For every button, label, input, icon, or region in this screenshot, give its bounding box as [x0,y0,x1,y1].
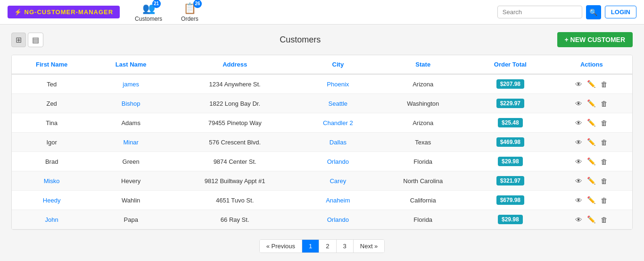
cell-last-name: Minar [91,133,170,152]
cell-actions: 👁 ✏️ 🗑 [551,133,632,152]
table-row: Heedy Wahlin 4651 Tuvo St. Anaheim Calif… [12,191,632,210]
customers-badge: 21 [152,0,161,8]
edit-icon[interactable]: ✏️ [587,196,596,204]
edit-icon[interactable]: ✏️ [587,177,596,185]
main-nav: 👥 21 Customers 📋 26 Orders [131,0,497,24]
view-icon[interactable]: 👁 [575,100,582,108]
cell-last-name: Wahlin [91,191,170,210]
cell-order-total: $679.98 [470,191,551,210]
page-2-button[interactable]: 2 [319,240,336,253]
cell-address: 576 Crescent Blvd. [170,133,299,152]
edit-icon[interactable]: ✏️ [587,138,596,146]
order-badge: $321.97 [496,176,524,185]
page-1-button[interactable]: 1 [302,240,319,253]
nav-item-customers[interactable]: 👥 21 Customers [131,0,166,24]
page-nav: « Previous 1 2 3 Next » [259,239,385,253]
table-header-row: First Name Last Name Address City State … [12,55,632,74]
cell-address: 1822 Long Bay Dr. [170,94,299,113]
orders-label: Orders [181,16,198,22]
cell-first-name: Misko [12,171,91,191]
view-icon[interactable]: 👁 [575,119,582,127]
order-badge: $469.98 [496,137,524,147]
nav-item-orders[interactable]: 📋 26 Orders [177,0,202,24]
cell-address: 79455 Pinetop Way [170,113,299,133]
edit-icon[interactable]: ✏️ [587,215,596,224]
order-badge: $29.98 [498,157,523,166]
delete-icon[interactable]: 🗑 [601,138,608,146]
edit-icon[interactable]: ✏️ [587,99,596,108]
view-icon[interactable]: 👁 [575,196,582,204]
list-view-button[interactable]: ▤ [28,33,43,47]
view-icon[interactable]: 👁 [575,138,582,146]
delete-icon[interactable]: 🗑 [601,158,608,166]
cell-order-total: $207.98 [470,74,551,94]
cell-first-name: Ted [12,74,91,94]
cell-last-name: Bishop [91,94,170,113]
login-button[interactable]: LOGIN [605,6,636,18]
cell-state: Texas [376,133,470,152]
search-button[interactable]: 🔍 [586,5,601,19]
view-toggle: ⊞ ▤ [11,33,43,47]
col-first-name: First Name [12,55,91,74]
grid-view-button[interactable]: ⊞ [11,33,26,47]
order-badge: $207.98 [496,79,524,89]
pagination: « Previous 1 2 3 Next » [11,239,633,253]
table-row: Tina Adams 79455 Pinetop Way Chandler 2 … [12,113,632,133]
table-body: Ted james 1234 Anywhere St. Phoenix Ariz… [12,74,632,229]
next-page-button[interactable]: Next » [354,240,385,253]
header-right: 🔍 LOGIN [497,5,636,19]
cell-first-name: Brad [12,152,91,171]
cell-address: 9874 Center St. [170,152,299,171]
page-3-button[interactable]: 3 [337,240,354,253]
order-badge: $25.48 [498,118,523,127]
content-header: ⊞ ▤ Customers + NEW CUSTOMER [11,32,633,47]
cell-state: Arizona [376,74,470,94]
cell-first-name: Tina [12,113,91,133]
cell-state: California [376,191,470,210]
cell-city: Orlando [299,210,376,229]
cell-last-name: james [91,74,170,94]
prev-page-button[interactable]: « Previous [260,240,302,253]
cell-address: 66 Ray St. [170,210,299,229]
cell-address: 1234 Anywhere St. [170,74,299,94]
delete-icon[interactable]: 🗑 [601,177,608,185]
action-icons: 👁 ✏️ 🗑 [559,118,625,127]
customers-icon-wrap: 👥 21 [142,2,155,15]
cell-city: Anaheim [299,191,376,210]
delete-icon[interactable]: 🗑 [601,100,608,108]
cell-actions: 👁 ✏️ 🗑 [551,113,632,133]
cell-last-name: Adams [91,113,170,133]
cell-order-total: $25.48 [470,113,551,133]
view-icon[interactable]: 👁 [575,80,582,88]
edit-icon[interactable]: ✏️ [587,80,596,88]
cell-first-name: John [12,210,91,229]
cell-first-name: Igor [12,133,91,152]
cell-actions: 👁 ✏️ 🗑 [551,74,632,94]
cell-state: North Carolina [376,171,470,191]
cell-city: Dallas [299,133,376,152]
cell-address: 4651 Tuvo St. [170,191,299,210]
search-input[interactable] [497,6,582,18]
edit-icon[interactable]: ✏️ [587,118,596,127]
orders-badge: 26 [193,0,202,8]
view-icon[interactable]: 👁 [575,158,582,166]
cell-city: Phoenix [299,74,376,94]
delete-icon[interactable]: 🗑 [601,80,608,88]
main-content: ⊞ ▤ Customers + NEW CUSTOMER First Name … [0,25,644,261]
action-icons: 👁 ✏️ 🗑 [559,215,625,224]
view-icon[interactable]: 👁 [575,216,582,224]
edit-icon[interactable]: ✏️ [587,157,596,166]
action-icons: 👁 ✏️ 🗑 [559,177,625,185]
table-row: Zed Bishop 1822 Long Bay Dr. Seattle Was… [12,94,632,113]
delete-icon[interactable]: 🗑 [601,216,608,224]
cell-city: Chandler 2 [299,113,376,133]
cell-first-name: Heedy [12,191,91,210]
delete-icon[interactable]: 🗑 [601,196,608,204]
table-row: Brad Green 9874 Center St. Orlando Flori… [12,152,632,171]
delete-icon[interactable]: 🗑 [601,119,608,127]
cell-city: Seattle [299,94,376,113]
cell-address: 9812 Builtway Appt #1 [170,171,299,191]
new-customer-button[interactable]: + NEW CUSTOMER [557,32,633,47]
view-icon[interactable]: 👁 [575,177,582,185]
orders-icon-wrap: 📋 26 [183,2,196,15]
